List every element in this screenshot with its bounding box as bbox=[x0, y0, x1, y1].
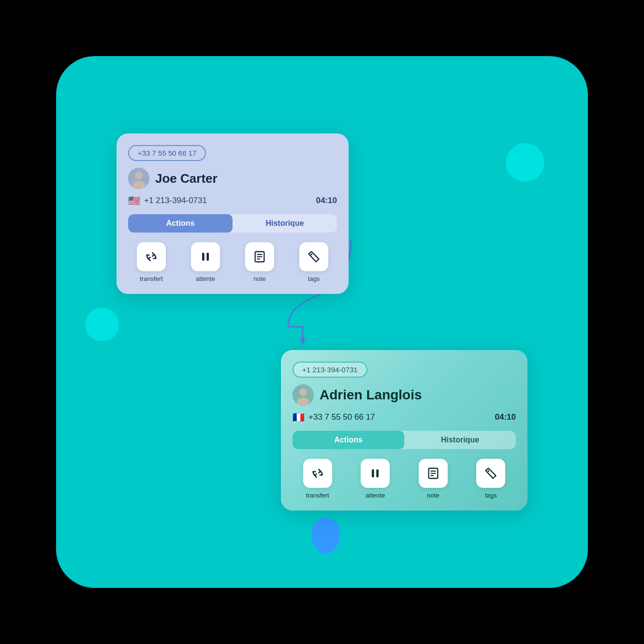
svg-point-12 bbox=[299, 388, 307, 396]
adrien-phone-pill: +1 213-394-0731 bbox=[293, 362, 367, 378]
adrien-phone-number: +1 213-394-0731 bbox=[302, 366, 358, 374]
adrien-call-info: 🇫🇷 +33 7 55 50 66 17 04:10 bbox=[293, 411, 516, 423]
adrien-transfert-label: transfert bbox=[306, 492, 329, 499]
joe-actions-row: transfert attente bbox=[128, 242, 337, 282]
adrien-attente-icon bbox=[368, 467, 382, 480]
joe-avatar-svg bbox=[128, 168, 149, 189]
joe-tags-label: tags bbox=[308, 275, 320, 282]
adrien-tags-icon-wrap bbox=[476, 459, 505, 488]
svg-point-20 bbox=[488, 470, 490, 472]
adrien-tab-actions[interactable]: Actions bbox=[293, 431, 404, 449]
adrien-action-transfert[interactable]: transfert bbox=[303, 459, 332, 499]
adrien-transfert-icon-wrap bbox=[303, 459, 332, 488]
adrien-attente-label: attente bbox=[366, 492, 385, 499]
adrien-tab-historique[interactable]: Historique bbox=[404, 431, 516, 449]
joe-name: Joe Carter bbox=[155, 171, 218, 186]
deco-circle-left bbox=[85, 307, 119, 341]
adrien-contact-row: Adrien Langlois bbox=[293, 384, 516, 406]
adrien-transfert-icon bbox=[311, 467, 324, 480]
joe-phone-number: +33 7 55 50 66 17 bbox=[138, 149, 196, 157]
svg-point-2 bbox=[135, 172, 143, 179]
svg-rect-5 bbox=[206, 253, 209, 261]
adrien-timer: 04:10 bbox=[495, 412, 516, 422]
joe-contact-row: Joe Carter bbox=[128, 168, 337, 189]
adrien-action-note[interactable]: note bbox=[419, 459, 448, 499]
adrien-call-number-row: 🇫🇷 +33 7 55 50 66 17 bbox=[293, 411, 375, 423]
joe-transfert-label: transfert bbox=[140, 275, 163, 282]
joe-attente-label: attente bbox=[196, 275, 215, 282]
joe-tab-historique[interactable]: Historique bbox=[233, 214, 337, 233]
adrien-note-icon-wrap bbox=[419, 459, 448, 488]
joe-action-note[interactable]: note bbox=[245, 242, 274, 282]
joe-tabs: Actions Historique bbox=[128, 214, 337, 233]
adrien-attente-icon-wrap bbox=[361, 459, 390, 488]
card-joe-carter: +33 7 55 50 66 17 Joe Carter 🇺🇸 +1 213-3… bbox=[117, 133, 349, 294]
adrien-tags-label: tags bbox=[485, 492, 497, 499]
adrien-tags-icon bbox=[484, 467, 498, 480]
svg-point-10 bbox=[311, 254, 313, 256]
joe-transfert-icon bbox=[145, 250, 158, 263]
joe-flag: 🇺🇸 bbox=[128, 195, 140, 206]
joe-timer: 04:10 bbox=[316, 196, 337, 205]
adrien-name: Adrien Langlois bbox=[320, 387, 422, 403]
adrien-note-icon bbox=[426, 467, 440, 480]
adrien-tabs: Actions Historique bbox=[293, 431, 516, 449]
adrien-avatar-svg bbox=[293, 384, 314, 406]
joe-transfert-icon-wrap bbox=[137, 242, 166, 271]
joe-call-number: +1 213-394-0731 bbox=[144, 196, 207, 205]
adrien-actions-row: transfert attente bbox=[293, 459, 516, 499]
joe-call-info: 🇺🇸 +1 213-394-0731 04:10 bbox=[128, 195, 337, 206]
adrien-note-label: note bbox=[427, 492, 439, 499]
svg-rect-15 bbox=[377, 469, 379, 477]
joe-action-transfert[interactable]: transfert bbox=[137, 242, 166, 282]
adrien-flag: 🇫🇷 bbox=[293, 411, 305, 423]
joe-attente-icon-wrap bbox=[191, 242, 220, 271]
deco-drop-blue bbox=[311, 518, 340, 554]
joe-avatar bbox=[128, 168, 149, 189]
adrien-call-number: +33 7 55 50 66 17 bbox=[308, 412, 375, 422]
svg-rect-4 bbox=[202, 253, 205, 261]
joe-call-number-row: 🇺🇸 +1 213-394-0731 bbox=[128, 195, 207, 206]
joe-attente-icon bbox=[199, 250, 212, 263]
joe-action-attente[interactable]: attente bbox=[191, 242, 220, 282]
joe-phone-pill: +33 7 55 50 66 17 bbox=[128, 145, 206, 161]
joe-tags-icon-wrap bbox=[299, 242, 328, 271]
joe-note-icon-wrap bbox=[245, 242, 274, 271]
svg-rect-14 bbox=[372, 469, 374, 477]
adrien-avatar bbox=[293, 384, 314, 406]
joe-tags-icon bbox=[307, 250, 321, 263]
outer-background: +33 7 55 50 66 17 Joe Carter 🇺🇸 +1 213-3… bbox=[56, 56, 588, 588]
joe-note-icon bbox=[253, 250, 266, 263]
card-adrien-langlois: +1 213-394-0731 Adrien Langlois 🇫🇷 +33 7… bbox=[281, 350, 527, 511]
joe-tab-actions[interactable]: Actions bbox=[128, 214, 233, 233]
adrien-action-tags[interactable]: tags bbox=[476, 459, 505, 499]
joe-note-label: note bbox=[253, 275, 265, 282]
adrien-action-attente[interactable]: attente bbox=[361, 459, 390, 499]
cards-area: +33 7 55 50 66 17 Joe Carter 🇺🇸 +1 213-3… bbox=[117, 133, 527, 511]
joe-action-tags[interactable]: tags bbox=[299, 242, 328, 282]
